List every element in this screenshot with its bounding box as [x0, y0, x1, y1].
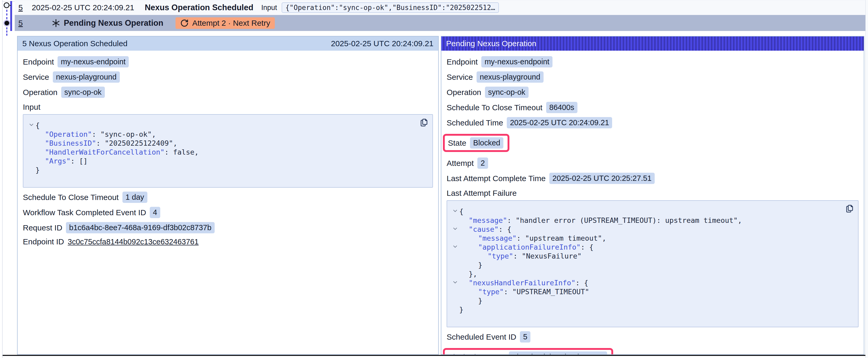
field-label: Operation: [23, 88, 58, 97]
field-row-schedule-to-close-timeout: Schedule To Close Timeout1 day: [23, 192, 433, 203]
code-text: "Operation": "sync-op-ok",: [45, 130, 156, 139]
field-row-endpoint: Endpointmy-nexus-endpoint: [23, 56, 433, 67]
event-input-preview-chip: {"Operation":"sync-op-ok","BusinessID":"…: [282, 2, 499, 13]
code-line: }: [451, 296, 842, 305]
input-section-label: Input: [23, 103, 433, 111]
field-value-badge: nexus-playground: [476, 71, 544, 83]
code-text: "type": "UPSTREAM_TIMEOUT": [478, 287, 589, 296]
code-text: }: [35, 166, 40, 174]
timeline-node-open-icon[interactable]: [4, 2, 9, 8]
scheduled-fields-bottom: Schedule To Close Timeout1 dayWorkflow T…: [23, 192, 433, 246]
timeline-dashed-line: [6, 10, 7, 19]
code-line: "applicationFailureInfo": {: [451, 243, 842, 252]
field-row-last-attempt-complete-time: Last Attempt Complete Time2025-02-25 UTC…: [446, 173, 859, 184]
field-label: Endpoint: [23, 58, 54, 66]
retry-icon: [180, 19, 189, 27]
pending-operation-panel: Pending Nexus Operation Endpointmy-nexus…: [441, 36, 864, 355]
scheduled-fields-top: Endpointmy-nexus-endpointServicenexus-pl…: [23, 56, 433, 98]
code-text: "message": "upstream timeout",: [478, 234, 606, 243]
pending-panel-title: Pending Nexus Operation: [446, 39, 536, 48]
code-gutter: [451, 296, 459, 299]
field-label: Scheduled Time: [446, 118, 503, 127]
event-id-link[interactable]: 5: [19, 19, 23, 28]
event-id-link[interactable]: 5: [19, 3, 23, 12]
code-gutter: [27, 166, 35, 168]
event-row-pending-nexus-operation[interactable]: 5 Pending Nexus Operation Attempt 2 · Ne…: [15, 15, 865, 31]
failure-json-viewer: {"message": "handler error (UPSTREAM_TIM…: [446, 200, 859, 327]
copy-icon[interactable]: [419, 118, 429, 127]
copy-icon[interactable]: [845, 204, 854, 214]
temporal-event-history-screen: 5 2025-02-25 UTC 20:24:09.21 Nexus Opera…: [0, 0, 868, 358]
event-title: Nexus Operation Scheduled: [145, 3, 253, 12]
field-value-badge: 2: [477, 158, 488, 169]
code-gutter: [27, 157, 35, 159]
code-line: }: [27, 166, 417, 174]
code-line: "Args": []: [27, 157, 417, 166]
field-row-workflow-task-completed-event-id: Workflow Task Completed Event ID4: [23, 207, 433, 218]
code-gutter: [451, 269, 459, 272]
event-input-label: Input: [261, 4, 277, 12]
code-text: "Args": []: [45, 157, 88, 166]
code-gutter: [451, 216, 459, 218]
timeline-dashed-line: [6, 27, 7, 36]
code-text: "applicationFailureInfo": {: [478, 243, 593, 252]
scheduled-panel-timestamp: 2025-02-25 UTC 20:24:09.21: [331, 39, 433, 48]
field-value-badge: sync-op-ok: [485, 87, 529, 98]
left-border: [2, 0, 3, 358]
code-line: }: [451, 261, 842, 269]
field-label: Endpoint ID: [23, 237, 64, 246]
collapse-chevron-icon[interactable]: [451, 243, 459, 248]
pending-fields-bottom: Scheduled Event ID5Blocked ReasonThe cir…: [446, 331, 859, 355]
retry-status-badge: Attempt 2 · Next Retry: [176, 17, 275, 29]
field-value-badge: 86400s: [546, 102, 578, 113]
field-row-endpoint-id: Endpoint ID3c0c75ccfa8144b092c13ce632463…: [23, 237, 433, 246]
code-text: "cause": {: [469, 225, 512, 234]
collapse-chevron-icon[interactable]: [451, 279, 459, 284]
timeline-connector: [10, 5, 11, 6]
field-value-badge: Blocked: [470, 137, 503, 149]
timeline-node-dot: [4, 21, 9, 26]
code-line: "Operation": "sync-op-ok",: [27, 130, 417, 139]
field-row-service: Servicenexus-playground: [446, 71, 859, 83]
code-gutter: [451, 305, 459, 307]
field-value-link[interactable]: 3c0c75ccfa8144b092c13ce632463761: [68, 237, 198, 246]
field-label: Attempt: [446, 159, 474, 168]
code-text: "message": "handler error (UPSTREAM_TIME…: [469, 216, 742, 225]
timeline-node-current-icon[interactable]: [3, 20, 10, 27]
field-value-badge: 4: [150, 207, 160, 218]
code-line: "type": "UPSTREAM_TIMEOUT": [451, 287, 842, 296]
scheduled-panel-title: 5 Nexus Operation Scheduled: [22, 39, 127, 48]
event-timestamp: 2025-02-25 UTC 20:24:09.21: [32, 3, 134, 12]
field-value-badge: nexus-playground: [53, 71, 120, 83]
code-line: "type": "NexusFailure": [451, 252, 842, 261]
code-gutter: [451, 261, 459, 263]
collapse-chevron-icon[interactable]: [27, 121, 35, 126]
field-row-scheduled-time: Scheduled Time2025-02-25 UTC 20:24:09.21: [446, 117, 859, 128]
collapse-chevron-icon[interactable]: [451, 207, 459, 212]
pending-asterisk-icon: [51, 19, 61, 28]
field-row-operation: Operationsync-op-ok: [446, 87, 859, 98]
code-gutter: [27, 139, 35, 141]
code-text: "nexusHandlerFailureInfo": {: [469, 279, 588, 287]
field-label: Schedule To Close Timeout: [446, 103, 542, 112]
event-detail-panel-scheduled: 5 Nexus Operation Scheduled 2025-02-25 U…: [17, 36, 439, 355]
code-line: "HandlerWaitForCancellation": false,: [27, 148, 417, 157]
code-line: "cause": {: [451, 225, 842, 234]
field-value-badge: 1 day: [122, 192, 147, 203]
code-line: {: [451, 207, 842, 216]
code-text: {: [35, 121, 40, 130]
field-value-badge: my-nexus-endpoint: [58, 56, 129, 67]
page-scrollbar[interactable]: [865, 0, 868, 358]
collapse-chevron-icon[interactable]: [451, 225, 459, 230]
field-value-badge: my-nexus-endpoint: [481, 56, 553, 67]
event-title: Pending Nexus Operation: [64, 19, 163, 28]
failure-section-label: Last Attempt Failure: [446, 189, 859, 198]
field-value-badge: b1c6a4bc-8ee7-468a-9169-df3b02c8737b: [66, 222, 215, 233]
code-gutter: [451, 287, 459, 290]
event-row-nexus-operation-scheduled[interactable]: 5 2025-02-25 UTC 20:24:09.21 Nexus Opera…: [15, 0, 865, 15]
field-value-badge: sync-op-ok: [61, 87, 105, 98]
field-row-scheduled-event-id: Scheduled Event ID5: [446, 331, 859, 343]
code-line: "message": "handler error (UPSTREAM_TIME…: [451, 216, 842, 225]
field-row-operation: Operationsync-op-ok: [23, 87, 433, 98]
field-row-attempt: Attempt2: [446, 158, 859, 169]
